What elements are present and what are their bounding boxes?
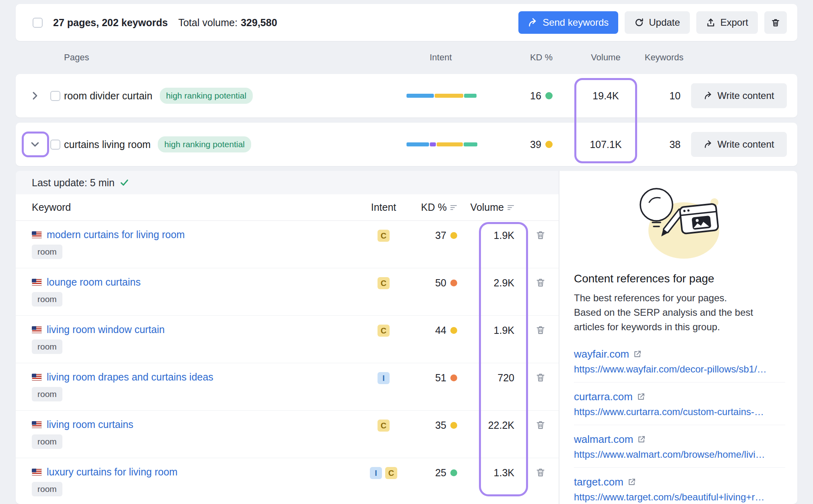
intent-badges: C xyxy=(361,268,406,289)
write-content-button[interactable]: Write content xyxy=(691,132,787,157)
kd-value: 16 xyxy=(530,90,541,102)
intent-bar xyxy=(406,94,475,98)
write-content-button[interactable]: Write content xyxy=(691,83,787,108)
delete-keyword-button[interactable] xyxy=(534,370,547,384)
reference-url[interactable]: https://www.walmart.com/browse/home/livi… xyxy=(574,449,785,460)
volume-value: 107.1K xyxy=(578,139,634,150)
column-keywords: Keywords xyxy=(642,52,686,63)
delete-button[interactable] xyxy=(764,11,787,34)
ranking-potential-badge: high ranking potential xyxy=(158,136,251,152)
keyword-tag: room xyxy=(32,292,62,307)
keyword-tag: room xyxy=(32,387,62,401)
intent-badge-c: C xyxy=(385,467,397,479)
keyword-link[interactable]: modern curtains for living room xyxy=(32,229,185,241)
export-button[interactable]: Export xyxy=(696,11,758,34)
row-checkbox[interactable] xyxy=(50,140,60,150)
reference-domain-link[interactable]: curtarra.com xyxy=(574,391,645,403)
reference-domain-link[interactable]: target.com xyxy=(574,476,636,488)
reference-domain-link[interactable]: walmart.com xyxy=(574,433,646,446)
content-references-illustration xyxy=(629,181,730,262)
intent-badge-c: C xyxy=(378,277,390,289)
keyword-row: living room curtains room C 35 22.2K xyxy=(16,411,559,458)
reference-url[interactable]: https://www.curtarra.com/custom-curtains… xyxy=(574,406,785,418)
pages-table-header: Pages Intent KD % Volume Keywords xyxy=(16,41,797,74)
trash-icon xyxy=(771,18,780,27)
keyword-row: lounge room curtains room C 50 2.9K xyxy=(16,268,559,316)
reference-item: target.com https://www.target.com/s/beau… xyxy=(574,468,785,504)
keywords-count: 38 xyxy=(642,139,686,150)
column-volume-sortable[interactable]: Volume xyxy=(462,202,522,213)
keyword-row: modern curtains for living room room C 3… xyxy=(16,221,559,268)
keyword-link[interactable]: living room curtains xyxy=(32,419,133,430)
kd-dot xyxy=(450,469,457,476)
export-icon xyxy=(706,18,716,27)
update-button[interactable]: Update xyxy=(625,11,689,34)
keyword-table-panel: Last update: 5 min Keyword Intent KD % V… xyxy=(16,171,559,504)
keyword-row: living room window curtain room C 44 1.9… xyxy=(16,316,559,363)
intent-badges: C xyxy=(361,411,406,432)
kd-value: 37 xyxy=(435,230,446,241)
delete-keyword-button[interactable] xyxy=(534,228,547,242)
us-flag-icon xyxy=(32,279,42,286)
delete-keyword-button[interactable] xyxy=(534,323,547,337)
kd-dot xyxy=(545,92,553,99)
us-flag-icon xyxy=(32,421,42,428)
keyword-link[interactable]: living room drapes and curtains ideas xyxy=(32,371,213,383)
volume-value: 1.9K xyxy=(462,316,522,336)
send-icon xyxy=(528,18,538,27)
delete-keyword-button[interactable] xyxy=(534,465,547,479)
references-title: Content references for page xyxy=(574,272,785,285)
us-flag-icon xyxy=(32,469,42,476)
us-flag-icon xyxy=(32,326,42,333)
external-link-icon xyxy=(637,435,646,444)
volume-value: 2.9K xyxy=(462,268,522,289)
intent-badges: C xyxy=(361,221,406,242)
send-icon xyxy=(704,91,713,100)
reference-url[interactable]: https://www.wayfair.com/decor-pillows/sb… xyxy=(574,364,785,375)
total-volume-value: 329,580 xyxy=(241,17,277,28)
send-keywords-button[interactable]: Send keywords xyxy=(518,11,618,34)
select-all-checkbox[interactable] xyxy=(33,18,43,28)
intent-badge-i: I xyxy=(370,467,382,479)
row-checkbox[interactable] xyxy=(50,91,60,101)
keyword-link[interactable]: living room window curtain xyxy=(32,324,165,335)
intent-badge-c: C xyxy=(378,230,390,242)
column-pages: Pages xyxy=(64,52,400,63)
reference-domain-link[interactable]: wayfair.com xyxy=(574,348,642,360)
keyword-tag: room xyxy=(32,245,62,259)
page-name[interactable]: room divider curtain xyxy=(64,90,153,102)
delete-keyword-button[interactable] xyxy=(534,276,547,289)
keywords-count: 10 xyxy=(642,90,686,102)
column-kd-sortable[interactable]: KD % xyxy=(406,202,462,213)
expanded-keywords-panel: Last update: 5 min Keyword Intent KD % V… xyxy=(16,171,797,504)
last-update-strip: Last update: 5 min xyxy=(16,171,559,194)
kd-value: 44 xyxy=(435,325,446,336)
chevron-right-icon[interactable] xyxy=(24,91,46,101)
page-name[interactable]: curtains living room xyxy=(64,139,151,150)
kd-dot xyxy=(450,374,457,381)
intent-badge-i: I xyxy=(378,372,390,384)
sort-icon xyxy=(507,204,514,211)
delete-keyword-button[interactable] xyxy=(534,418,547,432)
toolbar-actions: Send keywords Update Export xyxy=(518,11,787,34)
kd-value: 39 xyxy=(530,139,541,150)
reference-url[interactable]: https://www.target.com/s/beautiful+livin… xyxy=(574,492,785,503)
page-row-room-divider-curtain: room divider curtain high ranking potent… xyxy=(16,74,797,117)
keyword-link[interactable]: luxury curtains for living room xyxy=(32,466,177,478)
kd-dot xyxy=(450,422,457,429)
intent-badges: IC xyxy=(361,458,406,479)
keyword-link[interactable]: lounge room curtains xyxy=(32,276,140,288)
check-icon xyxy=(120,178,129,187)
toolbar: 27 pages, 202 keywords Total volume:329,… xyxy=(16,4,797,41)
ranking-potential-badge: high ranking potential xyxy=(160,88,253,104)
volume-value: 1.3K xyxy=(462,458,522,479)
kd-value: 51 xyxy=(435,372,446,384)
column-keyword: Keyword xyxy=(32,202,361,213)
intent-bar xyxy=(406,142,475,146)
chevron-down-icon[interactable] xyxy=(24,139,46,150)
kd-value: 25 xyxy=(435,467,446,479)
send-icon xyxy=(704,140,713,149)
keyword-row: luxury curtains for living room room IC … xyxy=(16,458,559,504)
intent-badge-c: C xyxy=(378,420,390,432)
reference-item: curtarra.com https://www.curtarra.com/cu… xyxy=(574,383,785,425)
